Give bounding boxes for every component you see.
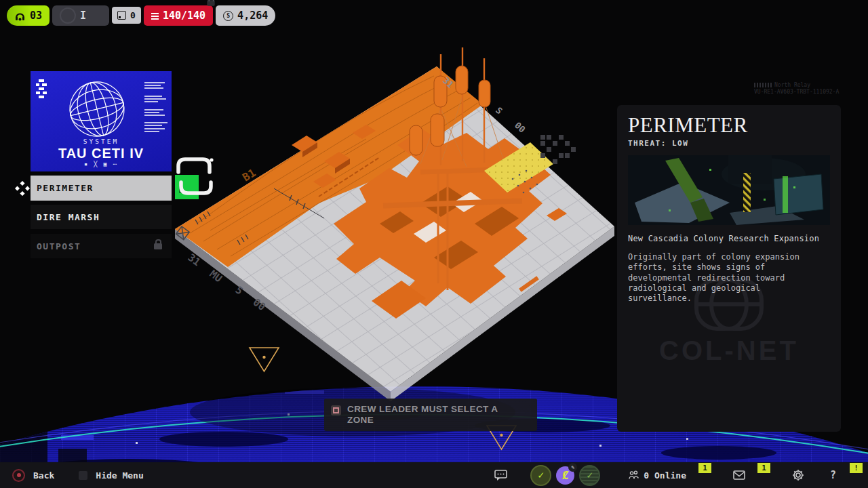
zone-menu-item-dire-marsh[interactable]: DIRE MARSH	[31, 205, 172, 229]
credits-pill: S 4,264	[216, 5, 275, 26]
mail-icon[interactable]	[733, 470, 745, 480]
list-icon	[151, 12, 159, 20]
screen-icon	[117, 11, 126, 20]
people-icon	[629, 470, 639, 480]
zone-map-platform[interactable]: B1	[156, 47, 631, 436]
online-count: 0 Online	[644, 470, 686, 481]
help-button[interactable]: ?	[830, 469, 836, 481]
crew-avatar-1[interactable]: ✓	[530, 465, 551, 486]
svg-text:5: 5	[233, 284, 245, 298]
bottom-bar: Back Hide Menu ✓ Ȼ ✎ ✓	[0, 462, 868, 488]
chat-icon[interactable]	[494, 470, 507, 481]
zone-label: DIRE MARSH	[37, 212, 100, 222]
relay-code: VU-RE1-AV603-TRBT-111092-A	[754, 89, 863, 96]
settings-gear-icon[interactable]	[792, 469, 804, 481]
relay-label: North Relay	[774, 82, 810, 88]
watermark-text: COL-NET	[617, 336, 841, 366]
top-hud: 03 I 0 140/140 S 4,264	[7, 5, 275, 26]
mini-counter: 0	[130, 10, 136, 20]
zone-info-panel: COL-NET PERIMETER THREAT: LOW New Cascad…	[617, 105, 841, 432]
zone-menu-item-perimeter[interactable]: PERIMETER	[31, 176, 172, 201]
mini-counter-pill: 0	[112, 7, 141, 24]
zone-description: Originally part of colony expansion effo…	[628, 252, 815, 304]
crew-avatars: ✓ Ȼ ✎ ✓	[530, 465, 600, 486]
back-button-icon	[12, 469, 25, 482]
back-button[interactable]: Back	[33, 470, 54, 481]
slot-pill: I	[52, 5, 109, 26]
zone-label: OUTPOST	[37, 241, 81, 251]
crew-avatar-3[interactable]: ✓	[579, 465, 600, 486]
zone-select-screen: B1	[0, 0, 868, 488]
zone-title: PERIMETER	[628, 115, 830, 136]
dpad-cursor-icon	[15, 181, 30, 196]
headset-icon	[14, 10, 26, 22]
credits-amount: 4,264	[237, 9, 268, 22]
lock-icon	[207, 0, 214, 6]
crew-leader-toast: CREW LEADER MUST SELECT A ZONE	[324, 399, 537, 431]
system-glyph-row: ▪ ╳ ▣ ⋯	[31, 161, 172, 167]
waypoint-marker[interactable]	[250, 348, 279, 371]
fine-print-lines	[144, 82, 167, 134]
barcode-icon	[754, 83, 772, 87]
pixel-glyph-icon	[36, 79, 47, 100]
system-label: SYSTEM	[31, 138, 172, 145]
globe-wireframe-icon	[66, 78, 128, 140]
svg-text:S: S	[494, 105, 505, 117]
crew-count: 03	[30, 9, 42, 22]
toast-message: CREW LEADER MUST SELECT A ZONE	[347, 404, 518, 425]
lock-icon	[154, 243, 162, 249]
slot-label: I	[80, 9, 86, 22]
alert-badge: !	[850, 463, 863, 473]
hide-menu-key-icon	[79, 471, 87, 480]
online-badge: 1	[698, 463, 711, 473]
zone-label: PERIMETER	[37, 183, 94, 193]
edit-badge-icon: ✎	[568, 463, 577, 472]
system-name: TAU CETI IV	[31, 146, 172, 161]
online-status[interactable]: 0 Online	[629, 470, 686, 481]
slot-ring-icon	[60, 7, 76, 24]
threat-level: THREAT: LOW	[628, 139, 830, 148]
notice-icon	[331, 405, 341, 415]
system-card: SYSTEM TAU CETI IV ▪ ╳ ▣ ⋯	[31, 71, 172, 171]
hide-menu-button[interactable]: Hide Menu	[96, 470, 143, 481]
credits-icon: S	[223, 11, 233, 21]
ammo-pill: 140/140	[144, 5, 213, 26]
zone-headline: New Cascadia Colony Research Expansion	[628, 234, 830, 243]
crew-count-pill: 03	[7, 5, 50, 26]
focus-reticle-icon	[173, 154, 216, 200]
crew-avatar-leader[interactable]: Ȼ ✎	[556, 466, 574, 485]
relay-tag: North Relay VU-RE1-AV603-TRBT-111092-A	[754, 82, 863, 96]
svg-text:00: 00	[513, 120, 528, 135]
zone-menu-item-outpost[interactable]: OUTPOST	[31, 234, 172, 258]
mail-badge: 1	[757, 463, 770, 473]
zone-photo	[628, 155, 830, 225]
ammo-count: 140/140	[163, 9, 205, 22]
